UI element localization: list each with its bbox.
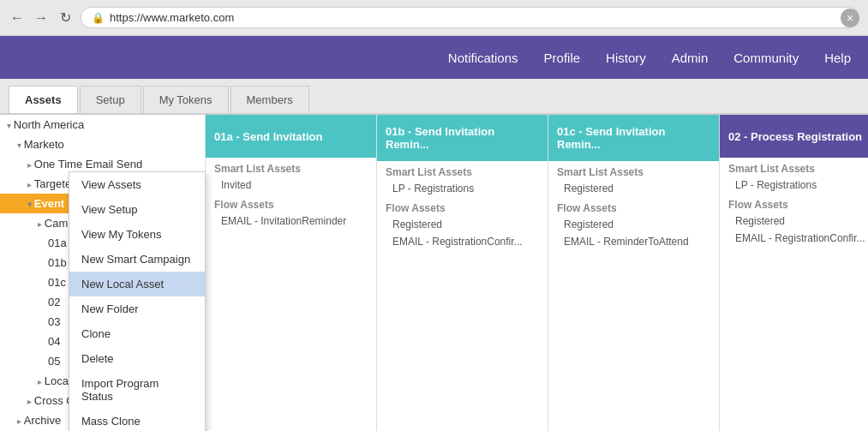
campaign-section-label: Flow Assets [720,194,868,213]
sidebar-label-01a: 01a [48,236,67,249]
campaign-asset[interactable]: EMAIL - RegistrationConfir... [377,233,548,250]
browser-chrome: ← → ↻ 🔒 https://www.marketo.com × [0,0,868,36]
sidebar-label-01b: 01b [48,256,67,269]
context-menu-view-assets[interactable]: View Assets [69,172,205,197]
context-menu-delete[interactable]: Delete [69,346,205,371]
campaign-col-01c: 01c - Send Invitation Remin...Smart List… [548,115,720,431]
context-menu-clone[interactable]: Clone [69,321,205,346]
campaign-section-label: Smart List Assets [206,158,376,177]
campaign-header-02[interactable]: 02 - Process Registration [720,115,868,158]
forward-button[interactable]: → [33,9,50,27]
sidebar-item-north-america[interactable]: ▾ North America [0,115,205,135]
campaign-asset[interactable]: Registered [548,180,719,197]
campaign-header-01c[interactable]: 01c - Send Invitation Remin... [548,115,719,161]
context-menu-new-smart-campaign[interactable]: New Smart Campaign [69,247,205,272]
arrow-icon-targeted-engagement: ▸ [27,180,34,189]
campaign-asset[interactable]: Registered [720,213,868,230]
sidebar-label-04: 04 [48,335,60,348]
arrow-icon-north-america: ▾ [7,121,14,130]
sidebar-label-03: 03 [48,315,60,328]
context-menu-import-program-status[interactable]: Import Program Status [69,371,205,409]
top-nav: NotificationsProfileHistoryAdminCommunit… [0,36,868,79]
campaign-col-01a: 01a - Send InvitationSmart List AssetsIn… [206,115,377,431]
campaign-asset[interactable]: EMAIL - RegistrationConfir... [720,230,868,247]
sidebar-label-05: 05 [48,355,60,368]
sidebar-item-marketo[interactable]: ▾ Marketo [0,135,205,154]
tab-my-tokens[interactable]: My Tokens [143,86,229,113]
arrow-icon-cross-ch: ▸ [27,397,34,406]
sidebar-label-event: Event [34,197,64,210]
campaign-section-label: Smart List Assets [377,161,548,180]
campaign-header-01b[interactable]: 01b - Send Invitation Remin... [377,115,548,161]
topnav-item-admin[interactable]: Admin [672,51,709,65]
sidebar-label-01c: 01c [48,276,66,289]
arrow-icon-marketo: ▾ [17,141,24,150]
campaign-asset[interactable]: Registered [377,216,548,233]
tab-assets[interactable]: Assets [9,86,78,113]
arrow-icon-camp: ▸ [38,219,45,229]
context-menu-new-local-asset[interactable]: New Local Asset [69,272,205,296]
campaign-asset[interactable]: Invited [206,177,376,194]
topnav-item-notifications[interactable]: Notifications [448,51,518,65]
campaign-asset[interactable]: EMAIL - ReminderToAttend [548,233,719,250]
context-menu-view-setup[interactable]: View Setup [69,197,205,222]
context-menu-view-my-tokens[interactable]: View My Tokens [69,222,205,247]
context-menu-new-folder[interactable]: New Folder [69,296,205,321]
campaign-section-label: Flow Assets [206,194,376,213]
topnav-item-history[interactable]: History [606,51,646,65]
topnav-item-help[interactable]: Help [824,51,851,65]
tab-members[interactable]: Members [230,86,309,113]
arrow-icon-event: ▾ [27,200,34,209]
campaign-asset[interactable]: LP - Registrations [720,177,868,194]
campaign-section-label: Smart List Assets [720,158,868,177]
campaign-section-label: Flow Assets [377,197,548,216]
sidebar-label-02: 02 [48,296,60,308]
topnav-item-profile[interactable]: Profile [544,51,581,65]
sidebar-label-one-time-email-send: One Time Email Send [34,158,142,171]
campaign-section-label: Smart List Assets [548,161,719,180]
arrow-icon-local: ▸ [38,377,45,386]
main-layout: ▾ North America▾ Marketo▸ One Time Email… [0,115,868,431]
campaign-asset[interactable]: LP - Registrations [377,180,548,197]
topnav-item-community[interactable]: Community [733,51,799,65]
sidebar-label-north-america: North America [14,118,84,131]
close-button[interactable]: × [841,9,859,27]
context-menu: View AssetsView SetupView My TokensNew S… [69,171,206,431]
context-menu-mass-clone[interactable]: Mass Clone [69,409,205,431]
arrow-icon-one-time-email-send: ▸ [27,160,34,170]
content-area: 01a - Send InvitationSmart List AssetsIn… [206,115,868,431]
address-bar[interactable]: 🔒 https://www.marketo.com [81,7,859,28]
campaign-section-label: Flow Assets [548,197,719,216]
campaign-asset[interactable]: EMAIL - InvitationReminder [206,213,376,230]
arrow-icon-archive: ▸ [17,416,24,426]
campaign-asset[interactable]: Registered [548,216,719,233]
sidebar-label-archive: Archive [24,414,61,427]
sidebar-label-marketo: Marketo [24,138,64,151]
campaign-header-01a[interactable]: 01a - Send Invitation [206,115,376,158]
campaign-col-02: 02 - Process RegistrationSmart List Asse… [720,115,868,431]
url-text: https://www.marketo.com [110,11,234,24]
refresh-button[interactable]: ↻ [57,9,74,27]
back-button[interactable]: ← [9,9,26,27]
campaign-col-01b: 01b - Send Invitation Remin...Smart List… [377,115,548,431]
lock-icon: 🔒 [92,12,105,24]
tab-setup[interactable]: Setup [80,86,141,113]
tab-bar: AssetsSetupMy TokensMembers [0,79,868,115]
